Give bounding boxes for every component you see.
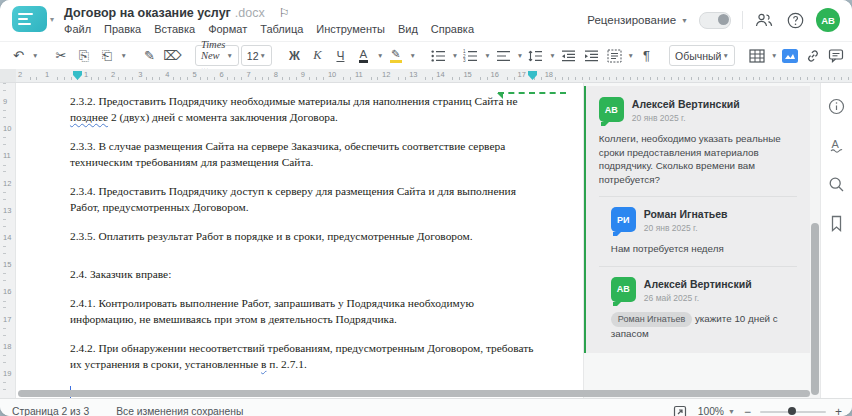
decrease-indent-button[interactable] [558, 45, 579, 66]
font-size-select[interactable]: 12▼ [241, 45, 272, 66]
flag-icon[interactable]: ⚐ [279, 6, 290, 20]
document-text[interactable]: 2.3.2. Предоставить Подрядчику необходим… [70, 93, 542, 401]
ruler-number: 1 [82, 69, 90, 80]
insert-comment-button[interactable] [825, 45, 846, 66]
paragraph[interactable]: 2.3.5. Оплатить результат Работ в порядк… [70, 228, 542, 244]
menu-item-правка[interactable]: Правка [104, 23, 141, 35]
menu-item-вид[interactable]: Вид [398, 23, 418, 35]
zoom-in-button[interactable]: + [835, 407, 842, 416]
paragraph[interactable]: 2.4.2. При обнаружении несоответствий тр… [70, 340, 542, 372]
cut-button[interactable]: ✂ [50, 45, 71, 66]
ruler-number: 4 [163, 69, 171, 80]
spellcheck-icon[interactable]: А [828, 136, 846, 154]
ruler-number: 8 [272, 69, 280, 80]
comment-reply[interactable]: РИРоман Игнатьев20 янв 2025 г.Нам потреб… [611, 207, 797, 256]
paragraph[interactable]: 2.4.1. Контролировать выполнение Работ, … [70, 295, 542, 327]
clear-format-button[interactable]: ⌦ [162, 45, 183, 66]
highlight-caret-icon[interactable]: ▼ [409, 52, 415, 59]
format-painter-button[interactable]: ✎ [139, 45, 160, 66]
menu-item-вставка[interactable]: Вставка [154, 23, 195, 35]
menu-item-справка[interactable]: Справка [431, 23, 474, 35]
user-avatar[interactable]: АВ [816, 8, 840, 32]
bold-button[interactable]: Ж [284, 45, 305, 66]
menu-item-инструменты[interactable]: Инструменты [316, 23, 385, 35]
zoom-select[interactable]: 100% ▼ [698, 406, 735, 416]
paste-caret-icon[interactable]: ▼ [120, 52, 126, 59]
ruler-number: 17 [516, 69, 528, 80]
bullet-list-button[interactable] [428, 45, 449, 66]
more-tools-button[interactable]: ⋯ [848, 45, 852, 66]
fit-width-icon[interactable] [671, 403, 689, 416]
horizontal-scrollbar-thumb[interactable] [18, 390, 810, 397]
menu-item-файл[interactable]: Файл [64, 23, 91, 35]
vertical-scrollbar[interactable] [810, 83, 820, 398]
indent-marker-left[interactable] [73, 71, 82, 80]
paragraph[interactable]: 2.3.4. Предоставить Подрядчику доступ к … [70, 183, 542, 215]
bullet-list-caret-icon[interactable]: ▼ [452, 52, 458, 59]
ruler-number: 10 [3, 123, 11, 134]
mention-pill[interactable]: Роман Игнатьев [611, 312, 692, 328]
copy-button[interactable]: ⎘ [73, 45, 94, 66]
show-formatting-marks-button[interactable]: ¶ [636, 45, 657, 66]
increase-indent-button[interactable] [581, 45, 602, 66]
line-spacing-caret-icon[interactable]: ▼ [549, 52, 555, 59]
collaborators-icon[interactable] [754, 10, 774, 30]
undo-caret-icon[interactable]: ▼ [32, 52, 38, 59]
italic-button[interactable]: К [307, 45, 328, 66]
review-mode-dropdown[interactable]: Рецензирование▼ [587, 14, 688, 26]
numbered-list-caret-icon[interactable]: ▼ [484, 52, 490, 59]
page-indicator[interactable]: Страница 2 из 3 [12, 406, 89, 416]
divider [599, 196, 797, 197]
paragraph-style-select[interactable]: Обычный▼ [669, 45, 735, 66]
app-logo-icon[interactable] [12, 6, 47, 32]
menu-item-формат[interactable]: Формат [208, 23, 247, 35]
zoom-slider[interactable] [760, 411, 826, 413]
help-icon[interactable] [785, 10, 805, 30]
logo-caret-icon[interactable]: ▾ [50, 15, 54, 24]
highlight-color-button[interactable]: ✎ [390, 49, 402, 63]
align-button[interactable] [493, 45, 514, 66]
paste-button[interactable]: ⎗ [96, 45, 117, 66]
menu-item-таблица[interactable]: Таблица [260, 23, 303, 35]
numbered-list-button[interactable]: 123 [460, 45, 481, 66]
document-page[interactable]: 2.3.2. Предоставить Подрядчику необходим… [16, 83, 583, 398]
save-status: Все изменения сохранены [116, 406, 243, 416]
vertical-scrollbar-thumb[interactable] [811, 223, 819, 395]
font-color-button[interactable]: А [359, 49, 369, 63]
undo-button[interactable]: ↶ [8, 45, 29, 66]
paragraph[interactable]: 2.3.2. Предоставить Подрядчику необходим… [70, 93, 542, 125]
comment[interactable]: АВАлексей Вертинский20 янв 2025 г.Коллег… [599, 97, 797, 186]
comment-thread[interactable]: АВАлексей Вертинский20 янв 2025 г.Коллег… [584, 86, 810, 353]
horizontal-ruler[interactable]: 21123456789101112131415161718 [16, 69, 852, 82]
font-family-select[interactable]: Times New ...▼ [195, 45, 239, 66]
zoom-out-button[interactable]: − [744, 407, 751, 416]
ruler-number: 15 [3, 259, 11, 270]
vertical-ruler[interactable]: 91011121314151617181920 [0, 83, 16, 398]
bookmark-icon[interactable] [828, 214, 846, 232]
info-icon[interactable] [828, 97, 846, 115]
indent-marker-right[interactable] [528, 71, 537, 80]
search-icon[interactable] [828, 175, 846, 193]
insert-link-button[interactable] [802, 45, 823, 66]
comment-author: Алексей Вертинский [632, 97, 740, 110]
line-spacing-button[interactable] [525, 45, 546, 66]
underline-button[interactable]: Ч [330, 45, 351, 66]
comment-author: Роман Игнатьев [644, 207, 728, 220]
ruler-number: 19 [3, 368, 11, 379]
paragraph-settings-caret-icon[interactable]: ▼ [628, 52, 634, 59]
zoom-slider-knob[interactable] [788, 407, 796, 415]
comment-avatar: АВ [599, 97, 624, 122]
insert-image-button[interactable] [779, 45, 800, 66]
paragraph[interactable]: 2.4. Заказчик вправе: [70, 266, 542, 282]
review-toggle[interactable] [699, 12, 731, 29]
comment-reply[interactable]: АВАлексей Вертинский26 май 2025 г.Роман … [611, 277, 797, 341]
align-caret-icon[interactable]: ▼ [517, 52, 523, 59]
paragraph-settings-button[interactable] [604, 45, 625, 66]
ruler-number: 2 [16, 69, 24, 80]
spellcheck-marked-text[interactable]: позднее [70, 111, 108, 123]
font-color-caret-icon[interactable]: ▼ [377, 52, 383, 59]
insert-table-caret-icon[interactable]: ▼ [771, 52, 777, 59]
insert-table-button[interactable] [747, 45, 768, 66]
comment-text: Нам потребуется неделя [611, 242, 797, 256]
paragraph[interactable]: 2.3.3. В случае размещения Сайта на серв… [70, 138, 542, 170]
